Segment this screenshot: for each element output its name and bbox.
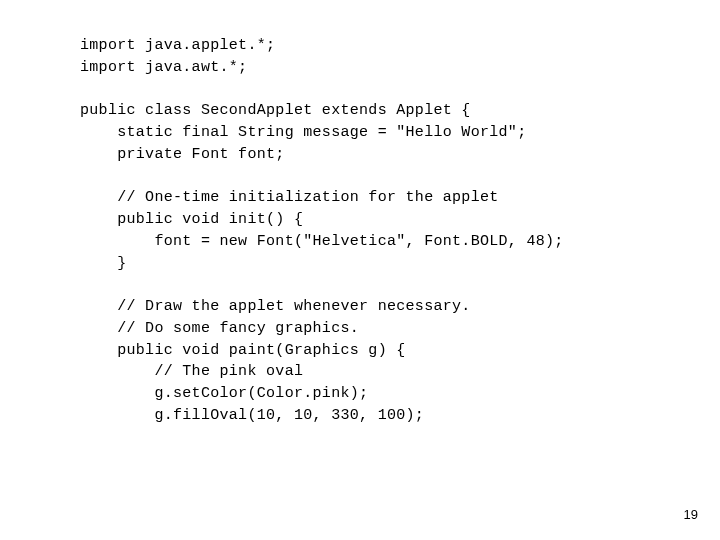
code-line: import java.applet.*; <box>80 37 275 54</box>
code-line: public class SecondApplet extends Applet… <box>80 102 471 119</box>
code-line: } <box>80 255 127 272</box>
code-line: // Do some fancy graphics. <box>80 320 359 337</box>
code-line: // Draw the applet whenever necessary. <box>80 298 471 315</box>
code-line: import java.awt.*; <box>80 59 247 76</box>
code-line: font = new Font("Helvetica", Font.BOLD, … <box>80 233 564 250</box>
page-number: 19 <box>684 507 698 522</box>
code-line: // One-time initialization for the apple… <box>80 189 499 206</box>
code-line: public void init() { <box>80 211 303 228</box>
code-line: static final String message = "Hello Wor… <box>80 124 526 141</box>
code-listing: import java.applet.*; import java.awt.*;… <box>80 35 564 427</box>
code-line: // The pink oval <box>80 363 303 380</box>
code-line: private Font font; <box>80 146 285 163</box>
code-line: g.fillOval(10, 10, 330, 100); <box>80 407 424 424</box>
code-line: g.setColor(Color.pink); <box>80 385 368 402</box>
code-line: public void paint(Graphics g) { <box>80 342 406 359</box>
